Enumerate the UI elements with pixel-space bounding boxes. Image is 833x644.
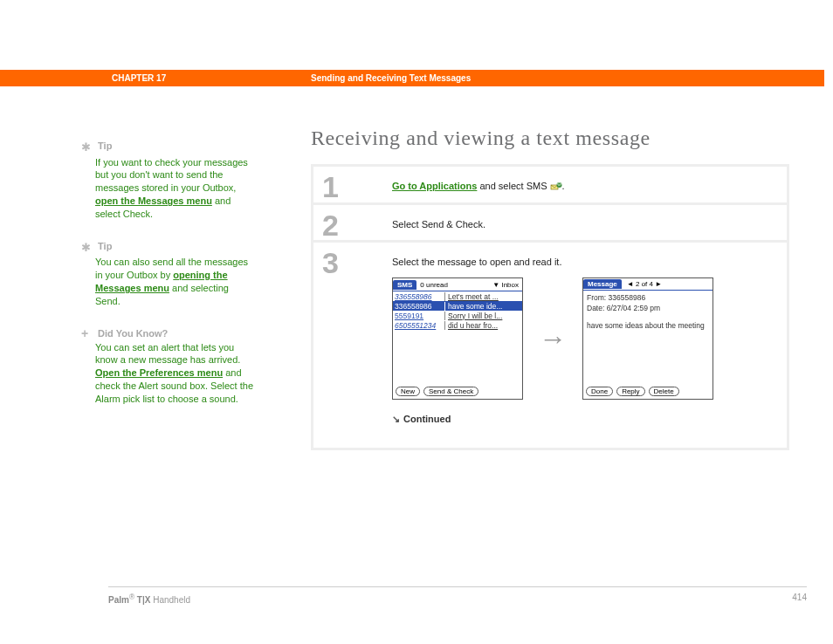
step-number: 1 <box>322 170 339 204</box>
continued-arrow-icon: ↘ <box>392 414 400 425</box>
row-from: 336558986 <box>395 292 445 301</box>
inbox-row: 336558986 Let's meet at ... <box>393 291 522 301</box>
row-preview: Sorry I will be l... <box>445 312 520 320</box>
go-to-applications-link[interactable]: Go to Applications <box>392 181 477 191</box>
chapter-header-bar: CHAPTER 17 Sending and Receiving Text Me… <box>0 70 824 86</box>
step-3: 3 Select the message to open and read it… <box>313 243 787 448</box>
dyk-text-pre: You can set an alert that lets you know … <box>95 342 240 366</box>
open-preferences-menu-link[interactable]: Open the Preferences menu <box>95 367 223 378</box>
message-text: have some ideas about the meeting <box>587 321 709 332</box>
plus-icon: + <box>81 327 95 339</box>
dyk-label: Did You Know? <box>98 328 168 339</box>
inbox-titlebar: SMS 0 unread ▼ Inbox <box>393 278 522 291</box>
open-messages-menu-link[interactable]: open the Messages menu <box>95 195 212 206</box>
step-text-tail: . <box>562 181 565 191</box>
dyk-body: You can set an alert that lets you know … <box>95 341 254 406</box>
tip-label: Tip <box>98 241 112 251</box>
date-label: Date: <box>587 304 604 312</box>
from-label: From: <box>587 293 606 302</box>
arrow-right-icon: → <box>539 323 567 355</box>
brand-model: T|X <box>134 595 150 605</box>
row-from: 336558986 <box>395 302 445 311</box>
inbox-row: 5559191 Sorry I will be l... <box>393 311 522 320</box>
nav-left-icon: ◄ <box>627 280 634 288</box>
message-nav: ◄ 2 of 4 ► <box>627 280 662 288</box>
page-title: Receiving and viewing a text message <box>311 127 789 150</box>
sms-app-icon <box>550 182 562 192</box>
dropdown-arrow-icon: ▼ <box>492 281 499 289</box>
done-button: Done <box>586 387 613 396</box>
row-preview: Let's meet at ... <box>445 292 520 301</box>
send-check-button: Send & Check <box>423 387 478 396</box>
step-text: Select Send & Check. <box>392 214 771 230</box>
tip-body: You can also send all the messages in yo… <box>95 256 254 307</box>
tip-2: ✱ Tip You can also send all the messages… <box>95 240 254 308</box>
steps-container: 1 Go to Applications and select SMS . 2 … <box>311 164 789 450</box>
nav-right-icon: ► <box>655 280 662 288</box>
nav-position: 2 of 4 <box>636 280 653 288</box>
delete-button: Delete <box>649 387 679 396</box>
chapter-label: CHAPTER 17 <box>112 73 311 83</box>
inbox-list: 336558986 Let's meet at ... 336558986 ha… <box>393 291 522 330</box>
tip-text-pre: If you want to check your messages but y… <box>95 157 248 194</box>
row-preview: have some ide... <box>445 302 520 311</box>
tip-label: Tip <box>98 140 112 151</box>
row-from: 5559191 <box>395 312 445 320</box>
message-titlebar: Message ◄ 2 of 4 ► <box>583 278 713 291</box>
brand-name: Palm <box>108 595 129 605</box>
step-3-screenshots: SMS 0 unread ▼ Inbox 336558986 Let's mee… <box>392 277 771 400</box>
page-number: 414 <box>792 593 807 605</box>
inbox-row: 6505551234 did u hear fro... <box>393 320 522 330</box>
footer-brand: Palm® T|X Handheld <box>108 593 792 605</box>
step-number: 3 <box>322 246 339 280</box>
inbox-row-selected: 336558986 have some ide... <box>393 301 522 311</box>
reply-button: Reply <box>616 387 644 396</box>
folder-dropdown: ▼ Inbox <box>492 281 519 289</box>
tip-1: ✱ Tip If you want to check your messages… <box>95 140 254 221</box>
step-text-post: and select SMS <box>477 181 549 191</box>
row-from: 6505551234 <box>395 321 445 330</box>
message-buttons: Done Reply Delete <box>586 387 710 396</box>
step-number: 2 <box>322 209 339 243</box>
inbox-buttons: New Send & Check <box>396 387 520 396</box>
step-text: Select the message to open and read it. <box>392 251 771 267</box>
step-1: 1 Go to Applications and select SMS . <box>313 167 787 202</box>
from-value: 336558986 <box>609 293 646 302</box>
date-value: 6/27/04 2:59 pm <box>607 304 660 312</box>
continued-label: Continued <box>403 414 451 424</box>
message-tab: Message <box>583 279 622 289</box>
brand-tail: Handheld <box>150 595 190 605</box>
chapter-title: Sending and Receiving Text Messages <box>311 73 471 83</box>
asterisk-icon: ✱ <box>81 240 95 256</box>
did-you-know: + Did You Know? You can set an alert tha… <box>95 327 254 406</box>
continued-indicator: ↘Continued <box>392 414 771 425</box>
new-button: New <box>396 387 420 396</box>
message-body: From: 336558986 Date: 6/27/04 2:59 pm ha… <box>583 291 713 334</box>
sidebar-tips: ✱ Tip If you want to check your messages… <box>95 140 254 425</box>
sms-inbox-screenshot: SMS 0 unread ▼ Inbox 336558986 Let's mee… <box>392 277 523 400</box>
row-preview: did u hear fro... <box>445 321 520 330</box>
unread-count: 0 unread <box>420 281 448 289</box>
main-content: Receiving and viewing a text message 1 G… <box>311 127 789 450</box>
tip-body: If you want to check your messages but y… <box>95 156 254 221</box>
sms-message-screenshot: Message ◄ 2 of 4 ► From: 336558986 Date:… <box>582 277 713 400</box>
sms-tab: SMS <box>393 280 416 290</box>
step-text: Go to Applications and select SMS . <box>392 175 771 192</box>
folder-name: Inbox <box>501 281 519 289</box>
page-footer: Palm® T|X Handheld 414 <box>108 586 807 605</box>
step-2: 2 Select Send & Check. <box>313 205 787 240</box>
asterisk-icon: ✱ <box>81 140 95 155</box>
